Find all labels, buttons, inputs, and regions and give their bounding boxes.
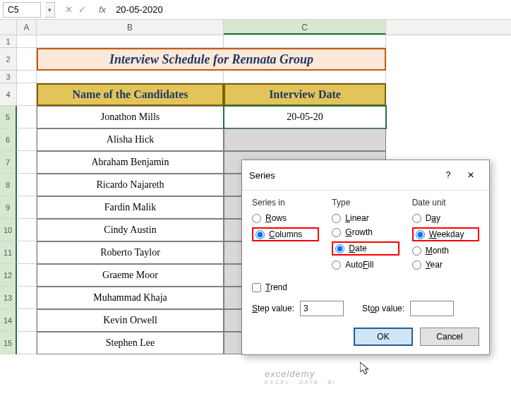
- row-header[interactable]: 7: [0, 151, 17, 174]
- row-header[interactable]: 8: [0, 174, 17, 196]
- candidate-cell[interactable]: Roberto Taylor: [37, 241, 224, 264]
- formula-input[interactable]: [113, 3, 508, 16]
- candidate-cell[interactable]: Stephen Lee: [37, 332, 224, 354]
- candidate-cell[interactable]: Jonathon Mills: [37, 106, 224, 128]
- candidate-cell[interactable]: Alisha Hick: [37, 128, 224, 151]
- trend-checkbox[interactable]: Trend: [252, 282, 479, 292]
- help-button[interactable]: ?: [437, 166, 459, 184]
- row-header[interactable]: 9: [0, 196, 17, 219]
- formula-bar-icons: ✕ ✓: [59, 4, 92, 15]
- stop-value-label: Stop value:: [362, 304, 404, 313]
- radio-weekday[interactable]: Weekday: [412, 227, 479, 241]
- row-header[interactable]: 4: [0, 83, 17, 106]
- cursor-icon: [360, 362, 373, 378]
- radio-month[interactable]: Month: [412, 246, 479, 256]
- col-header-c[interactable]: C: [224, 20, 386, 35]
- ok-button[interactable]: OK: [354, 328, 413, 346]
- step-value-label: Step value:: [252, 304, 294, 313]
- radio-year[interactable]: Year: [412, 260, 479, 270]
- radio-linear[interactable]: Linear: [332, 213, 399, 223]
- date-cell[interactable]: [224, 128, 386, 151]
- radio-columns[interactable]: Columns: [252, 227, 319, 241]
- series-in-label: Series in: [252, 198, 319, 208]
- radio-date[interactable]: Date: [332, 241, 399, 256]
- series-dialog: Series ? ✕ Series in RRowsows Columns Ty…: [241, 160, 490, 355]
- watermark: exceldemy EXCEL · DATA · BI: [265, 368, 336, 385]
- cancel-button[interactable]: Cancel: [420, 328, 479, 346]
- step-value-input[interactable]: [300, 301, 344, 316]
- row-header[interactable]: 12: [0, 264, 17, 287]
- row-header[interactable]: 2: [0, 48, 17, 71]
- row-header[interactable]: 14: [0, 309, 17, 332]
- svg-marker-0: [360, 362, 368, 374]
- candidate-cell[interactable]: Kevin Orwell: [37, 309, 224, 332]
- row-header[interactable]: 11: [0, 241, 17, 264]
- candidate-cell[interactable]: Cindy Austin: [37, 219, 224, 241]
- name-box[interactable]: [3, 2, 41, 18]
- date-unit-label: Date unit: [412, 198, 479, 208]
- row-header[interactable]: 10: [0, 219, 17, 241]
- close-button[interactable]: ✕: [459, 166, 482, 184]
- row-header[interactable]: 5: [0, 106, 17, 128]
- select-all-corner[interactable]: [0, 20, 17, 35]
- formula-bar-row: ▾ ✕ ✓ fx: [0, 0, 511, 20]
- stop-value-input[interactable]: [410, 301, 454, 316]
- radio-day[interactable]: Day: [412, 213, 479, 223]
- col-header-a[interactable]: A: [17, 20, 37, 35]
- candidate-cell[interactable]: Fardin Malik: [37, 196, 224, 219]
- row-header[interactable]: 6: [0, 128, 17, 151]
- radio-rows[interactable]: RRowsows: [252, 213, 319, 223]
- title-cell[interactable]: Interview Schedule for Rennata Group: [37, 48, 386, 71]
- candidate-cell[interactable]: Ricardo Najareth: [37, 174, 224, 196]
- row-header[interactable]: 3: [0, 71, 17, 83]
- type-label: Type: [332, 198, 399, 208]
- row-header[interactable]: 13: [0, 287, 17, 309]
- dialog-title: Series: [249, 170, 437, 181]
- column-headers: A B C: [0, 20, 511, 35]
- candidate-cell[interactable]: Graeme Moor: [37, 264, 224, 287]
- dialog-titlebar[interactable]: Series ? ✕: [242, 160, 489, 191]
- header-name[interactable]: Name of the Candidates: [37, 83, 224, 106]
- header-date[interactable]: Interview Date: [224, 83, 386, 106]
- fx-icon[interactable]: fx: [96, 4, 109, 15]
- radio-autofill[interactable]: AutoFill: [332, 260, 399, 270]
- row-header[interactable]: 15: [0, 332, 17, 354]
- candidate-cell[interactable]: Muhammad Khaja: [37, 287, 224, 309]
- row-header[interactable]: 1: [0, 35, 17, 48]
- candidate-cell[interactable]: Abraham Benjamin: [37, 151, 224, 174]
- col-header-b[interactable]: B: [37, 20, 224, 35]
- date-cell-active[interactable]: 20-05-20: [224, 106, 386, 128]
- radio-growth[interactable]: Growth: [332, 227, 399, 237]
- enter-icon[interactable]: ✓: [78, 4, 86, 15]
- row-headers: 1 2 3 4 5 6 7 8 9 10 11 12 13 14 15: [0, 35, 17, 354]
- name-box-dropdown[interactable]: ▾: [45, 2, 55, 18]
- cancel-icon[interactable]: ✕: [65, 4, 73, 15]
